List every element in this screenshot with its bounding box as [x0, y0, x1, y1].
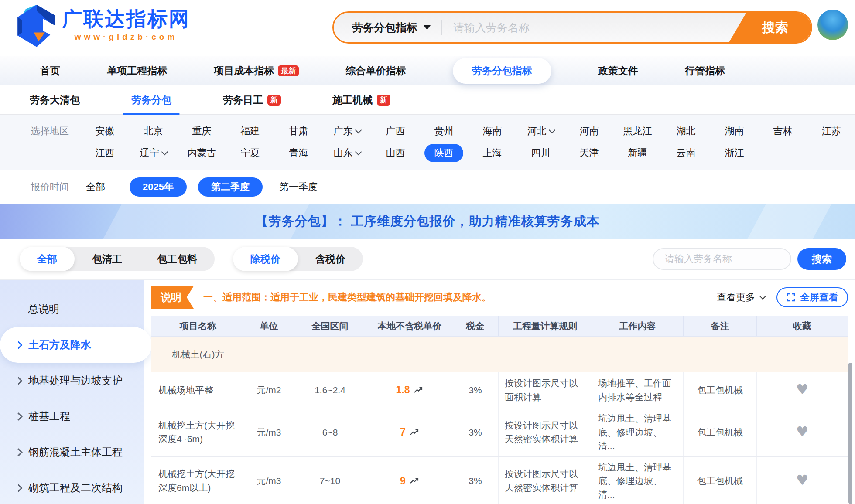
- region-item[interactable]: 湖北: [662, 122, 710, 141]
- sidebar-item-4[interactable]: 钢筋混凝土主体工程: [0, 434, 144, 470]
- region-item[interactable]: 宁夏: [226, 143, 274, 163]
- nav-item-3[interactable]: 综合单价指标: [345, 64, 406, 78]
- site-logo[interactable]: 广联达指标网 www·gldzb·com: [13, 3, 190, 49]
- region-item[interactable]: 山东: [323, 143, 371, 163]
- cell-range: 1.6~2.4: [293, 372, 367, 408]
- region-item[interactable]: 陕西: [424, 144, 463, 162]
- subnav-item-0[interactable]: 劳务大清包: [30, 85, 80, 114]
- region-item[interactable]: 吉林: [759, 122, 807, 141]
- region-item[interactable]: 江西: [81, 143, 129, 163]
- favorite-icon[interactable]: ♥: [796, 472, 809, 488]
- region-item[interactable]: 辽宁: [129, 143, 178, 163]
- cell-range: 7~10: [293, 456, 367, 504]
- view-more-button[interactable]: 查看更多: [717, 291, 765, 304]
- trend-up-icon: [414, 386, 423, 394]
- cell-unit: 元/m3: [245, 456, 293, 504]
- price-value: 9: [400, 473, 406, 489]
- region-item[interactable]: 天津: [565, 143, 613, 163]
- nav-item-2[interactable]: 项目成本指标最新: [214, 64, 299, 78]
- scope-tab[interactable]: 包清工: [75, 247, 140, 271]
- notice-text: 一、适用范围：适用于工业，民建类型建筑的基础开挖回填及降水。: [203, 291, 491, 304]
- table-row: 机械挖土方(大开挖深度4~6m)元/m36~87 3%按设计图示尺寸以天然密实体…: [151, 408, 848, 457]
- region-item[interactable]: 上海: [468, 143, 516, 163]
- view-more-label: 查看更多: [717, 291, 755, 304]
- notice-badge: 说明: [151, 286, 194, 309]
- region-item[interactable]: 安徽: [81, 122, 129, 141]
- region-item[interactable]: 山西: [371, 143, 420, 163]
- cell-fav: ♥: [757, 372, 848, 408]
- fullscreen-button[interactable]: 全屏查看: [776, 287, 848, 307]
- cell-rule: 按设计图示尺寸以天然密实体积计算: [499, 456, 592, 504]
- region-item[interactable]: 广西: [371, 122, 420, 141]
- region-item[interactable]: 新疆: [613, 143, 662, 163]
- group-row-title: 机械土(石)方: [151, 337, 245, 372]
- region-item[interactable]: 内蒙古: [178, 143, 226, 163]
- nav-item-label: 行管指标: [685, 64, 725, 78]
- time-option[interactable]: 第二季度: [198, 177, 263, 197]
- column-header: 单位: [245, 316, 293, 337]
- sidebar-item-5[interactable]: 砌筑工程及二次结构: [0, 470, 144, 504]
- subnav-item-2[interactable]: 劳务日工新: [223, 85, 281, 114]
- time-options: 全部2025年第二季度第一季度: [81, 177, 342, 197]
- region-item[interactable]: 北京: [129, 122, 178, 141]
- subnav-item-label: 劳务日工: [223, 93, 263, 107]
- scope-tab[interactable]: 全部: [20, 247, 75, 271]
- divider: [441, 20, 442, 35]
- region-item[interactable]: 江苏: [807, 122, 855, 141]
- logo-icon: [13, 3, 58, 49]
- chevron-right-icon: [14, 341, 22, 349]
- content-area: 总说明土石方及降水地基处理与边坡支护桩基工程钢筋混凝土主体工程砌筑工程及二次结构…: [0, 279, 855, 504]
- subnav-item-label: 施工机械: [332, 93, 373, 107]
- region-item-label: 黑龙江: [623, 125, 652, 138]
- local-price: 1.8: [396, 382, 424, 398]
- sidebar-item-2[interactable]: 地基处理与边坡支护: [0, 363, 144, 398]
- subnav-item-3[interactable]: 施工机械新: [332, 85, 390, 114]
- column-header: 工程量计算规则: [499, 316, 592, 337]
- region-item-label: 山东: [334, 146, 353, 160]
- cell-tax: 3%: [452, 456, 499, 504]
- region-item[interactable]: 重庆: [178, 122, 226, 141]
- list-search-input[interactable]: [653, 248, 791, 270]
- nav-item-6[interactable]: 行管指标: [685, 64, 725, 78]
- region-item[interactable]: 河北: [516, 122, 565, 141]
- header-search-button[interactable]: 搜索: [728, 12, 811, 43]
- nav-item-label: 政策文件: [598, 64, 638, 78]
- time-option[interactable]: 全部: [81, 177, 110, 197]
- sidebar-item-1[interactable]: 土石方及降水: [0, 327, 152, 363]
- region-item[interactable]: 河南: [565, 122, 613, 141]
- nav-item-1[interactable]: 单项工程指标: [107, 64, 167, 78]
- vertical-scrollbar[interactable]: [848, 363, 852, 504]
- chevron-right-icon: [14, 448, 22, 456]
- sidebar-item-3[interactable]: 桩基工程: [0, 398, 144, 434]
- favorite-icon[interactable]: ♥: [796, 423, 809, 440]
- favorite-icon[interactable]: ♥: [796, 381, 809, 398]
- subnav-item-1[interactable]: 劳务分包: [131, 85, 171, 114]
- nav-item-4[interactable]: 劳务分包指标: [453, 58, 551, 84]
- region-item-label: 湖北: [677, 125, 696, 138]
- user-avatar[interactable]: [817, 10, 848, 40]
- sidebar-item-0[interactable]: 总说明: [0, 291, 144, 327]
- tax-tab[interactable]: 除税价: [233, 247, 298, 271]
- region-item-label: 辽宁: [140, 146, 159, 160]
- time-option[interactable]: 2025年: [130, 177, 187, 197]
- region-item[interactable]: 甘肃: [274, 122, 323, 141]
- region-item[interactable]: 湖南: [710, 122, 759, 141]
- region-item-label: 江西: [96, 146, 115, 160]
- region-item[interactable]: 云南: [662, 143, 710, 163]
- scope-tab[interactable]: 包工包料: [140, 247, 215, 271]
- tax-tab[interactable]: 含税价: [298, 247, 363, 271]
- nav-item-0[interactable]: 首页: [40, 64, 60, 78]
- region-item[interactable]: 福建: [226, 122, 274, 141]
- list-search-button[interactable]: 搜索: [797, 248, 846, 270]
- region-item-label: 四川: [531, 146, 551, 160]
- region-item[interactable]: 四川: [516, 143, 565, 163]
- region-item[interactable]: 海南: [468, 122, 516, 141]
- region-item[interactable]: 贵州: [420, 122, 468, 141]
- region-item[interactable]: 广东: [323, 122, 371, 141]
- region-item[interactable]: 浙江: [710, 143, 759, 163]
- time-option[interactable]: 第一季度: [274, 177, 323, 197]
- search-category-dropdown[interactable]: 劳务分包指标: [334, 20, 431, 35]
- region-item[interactable]: 青海: [274, 143, 323, 163]
- region-item[interactable]: 黑龙江: [613, 122, 662, 141]
- nav-item-5[interactable]: 政策文件: [598, 64, 638, 78]
